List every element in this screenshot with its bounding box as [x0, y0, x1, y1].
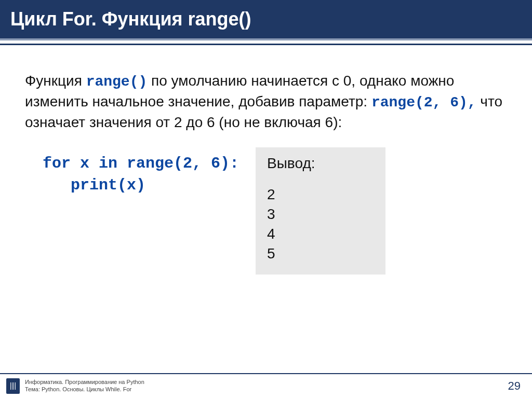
code-block: for x in range(2, 6): print(x) [25, 147, 239, 196]
slide-content: Функция range() по умолчанию начинается … [0, 45, 532, 275]
inline-code: range() [86, 74, 148, 90]
slide-number: 29 [508, 379, 521, 393]
output-line: 3 [267, 204, 374, 224]
footer-line2: Тема: Python. Основы. Циклы While. For [25, 386, 144, 393]
text-fragment: Функция [25, 73, 86, 89]
output-line: 5 [267, 244, 374, 264]
body-paragraph: Функция range() по умолчанию начинается … [25, 71, 507, 132]
footer-left: Информатика. Программирование на Python … [6, 378, 144, 394]
code-output-row: for x in range(2, 6): print(x) Вывод: 2 … [25, 147, 507, 275]
footer-line1: Информатика. Программирование на Python [25, 379, 144, 386]
logo-icon [6, 378, 20, 394]
slide-title: Цикл For. Функция range() [10, 8, 251, 30]
slide-footer: Информатика. Программирование на Python … [0, 373, 532, 398]
output-line: 4 [267, 224, 374, 244]
output-title: Вывод: [267, 154, 374, 173]
output-box: Вывод: 2 3 4 5 [256, 147, 385, 275]
inline-code: range(2, 6), [371, 94, 476, 111]
output-line: 2 [267, 185, 374, 204]
footer-text: Информатика. Программирование на Python … [25, 379, 144, 393]
slide-header: Цикл For. Функция range() [0, 0, 532, 40]
